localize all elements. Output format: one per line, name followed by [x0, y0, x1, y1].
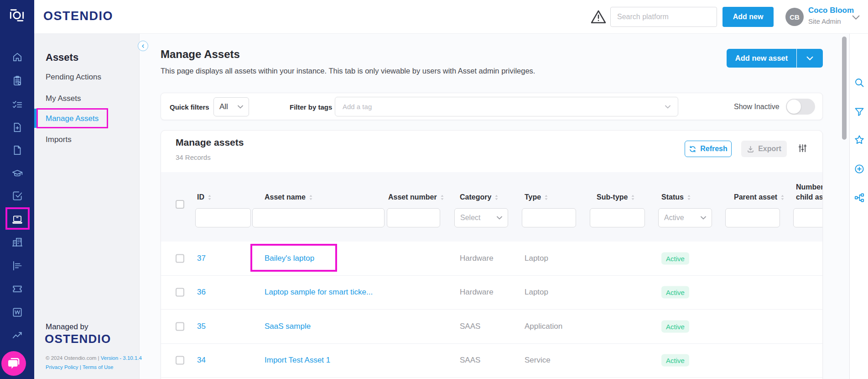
column-header-asset-name[interactable]: Asset name [265, 193, 313, 201]
table-row: 36 Laptop sample for smart ticke... Hard… [161, 276, 823, 310]
row-checkbox[interactable] [176, 356, 184, 365]
chevron-down-icon [665, 105, 670, 109]
user-menu-chevron-icon[interactable] [852, 14, 860, 22]
filter-bar: Quick filters All Filter by tags Show In… [161, 93, 823, 120]
filter-input-type[interactable] [522, 208, 576, 227]
wiki-icon[interactable] [11, 306, 24, 319]
managed-by-label: Managed by [46, 322, 88, 332]
checklist-icon[interactable] [11, 99, 24, 111]
select-all-checkbox[interactable] [176, 200, 184, 209]
sort-icon [309, 195, 313, 200]
filter-input-id[interactable] [195, 208, 251, 227]
filter-input-asset-number[interactable] [387, 208, 440, 227]
column-header-asset-number[interactable]: Asset number [388, 193, 444, 201]
search-input[interactable] [610, 7, 717, 27]
column-header-category[interactable]: Category [460, 193, 499, 201]
sidebar-item-manage-assets[interactable]: Manage Assets [46, 114, 99, 123]
refresh-icon [689, 145, 696, 153]
trending-icon[interactable] [11, 329, 24, 342]
avatar[interactable]: CB [785, 8, 804, 26]
show-inactive-toggle[interactable] [786, 99, 815, 115]
download-icon [747, 145, 754, 153]
document-add-icon[interactable] [11, 121, 24, 134]
asset-id-link[interactable]: 34 [197, 356, 206, 365]
row-checkbox[interactable] [176, 288, 184, 297]
ticket-icon[interactable] [11, 282, 24, 295]
column-header-parent-asset[interactable]: Parent asset [734, 193, 785, 201]
sidebar-collapse-button[interactable] [138, 41, 148, 51]
add-new-asset-dropdown[interactable] [797, 49, 823, 68]
asset-id-link[interactable]: 36 [197, 288, 206, 297]
tags-input[interactable] [343, 103, 665, 111]
record-count: 34 Records [176, 153, 211, 161]
table-body: 37 Bailey's laptop Hardware Laptop Activ… [161, 242, 823, 378]
quick-filters-select[interactable]: All [213, 97, 249, 116]
building-icon[interactable] [11, 236, 24, 248]
sidebar-item-imports[interactable]: Imports [46, 135, 72, 144]
filter-input-number-child-assets[interactable] [793, 208, 823, 227]
privacy-policy-link[interactable]: Privacy Policy [46, 364, 78, 370]
add-circle-icon[interactable] [853, 163, 865, 174]
column-header-id[interactable]: ID [197, 193, 212, 201]
column-header-number-child-assets[interactable]: Number child ass [796, 182, 823, 202]
filter-select-category[interactable]: Select [454, 208, 508, 227]
asset-name-link[interactable]: Laptop sample for smart ticke... [265, 288, 373, 297]
audit-clipboard-icon[interactable] [11, 74, 24, 87]
add-new-button[interactable]: Add new [722, 7, 774, 27]
sort-icon [544, 195, 548, 200]
export-label: Export [758, 145, 781, 153]
sort-icon [208, 195, 212, 200]
column-settings-icon[interactable] [798, 143, 807, 155]
quick-filters-value: All [219, 102, 228, 111]
row-checkbox[interactable] [176, 254, 184, 263]
filter-icon[interactable] [853, 106, 865, 117]
filter-input-parent-asset[interactable] [725, 208, 780, 227]
laptop-icon[interactable] [11, 213, 24, 226]
vertical-scrollbar[interactable] [842, 37, 847, 140]
asset-category: SAAS [460, 322, 480, 331]
asset-id-link[interactable]: 37 [197, 254, 206, 263]
page-description: This page displays all assets within you… [161, 67, 535, 75]
footer-links: Privacy Policy | Terms of Use [46, 364, 114, 370]
sidebar-item-pending-actions[interactable]: Pending Actions [46, 73, 101, 82]
warning-icon[interactable] [590, 9, 607, 27]
refresh-button[interactable]: Refresh [685, 141, 732, 157]
filter-input-asset-name[interactable] [252, 208, 385, 227]
table-row: 34 Import Test Asset 1 SAAS Service Acti… [161, 344, 823, 378]
ostendio-wordmark[interactable]: OSTENDIO [43, 9, 113, 23]
home-icon[interactable] [11, 51, 24, 63]
filter-input-sub-type[interactable] [590, 208, 645, 227]
star-icon[interactable] [853, 134, 865, 145]
training-cap-icon[interactable] [11, 167, 24, 180]
asset-type: Application [525, 322, 562, 331]
sidebar-item-my-assets[interactable]: My Assets [46, 94, 81, 103]
version-link[interactable]: Version - 3.10.1.4 [101, 355, 142, 361]
add-new-asset-button[interactable]: Add new asset [727, 49, 796, 68]
document-icon[interactable] [11, 144, 24, 157]
asset-name-link[interactable]: Bailey's laptop [265, 254, 314, 263]
column-header-status[interactable]: Status [661, 193, 691, 201]
hierarchy-icon[interactable] [853, 192, 865, 203]
sort-icon [631, 195, 635, 200]
column-header-sub-type[interactable]: Sub-type [597, 193, 635, 201]
copyright-text: © 2024 Ostendio.com | [46, 355, 99, 361]
chevron-down-icon [701, 216, 706, 220]
report-chart-icon[interactable] [11, 259, 24, 272]
toggle-knob [787, 100, 801, 114]
chat-launcher[interactable] [1, 351, 26, 376]
search-icon[interactable] [853, 77, 865, 88]
asset-type: Laptop [525, 288, 548, 297]
asset-name-link[interactable]: Import Test Asset 1 [265, 356, 330, 365]
export-button[interactable]: Export [741, 141, 787, 157]
asset-category: Hardware [460, 254, 494, 263]
task-check-icon[interactable] [11, 190, 24, 202]
row-checkbox[interactable] [176, 322, 184, 331]
terms-of-use-link[interactable]: Terms of Use [83, 364, 114, 370]
footer-links-divider: | [80, 364, 81, 370]
column-header-type[interactable]: Type [525, 193, 548, 201]
tags-select[interactable] [335, 97, 678, 116]
asset-name-link[interactable]: SaaS sample [265, 322, 311, 331]
ostendio-mark-icon[interactable] [7, 5, 27, 26]
filter-select-status[interactable]: Active [658, 208, 712, 227]
asset-id-link[interactable]: 35 [197, 322, 206, 331]
